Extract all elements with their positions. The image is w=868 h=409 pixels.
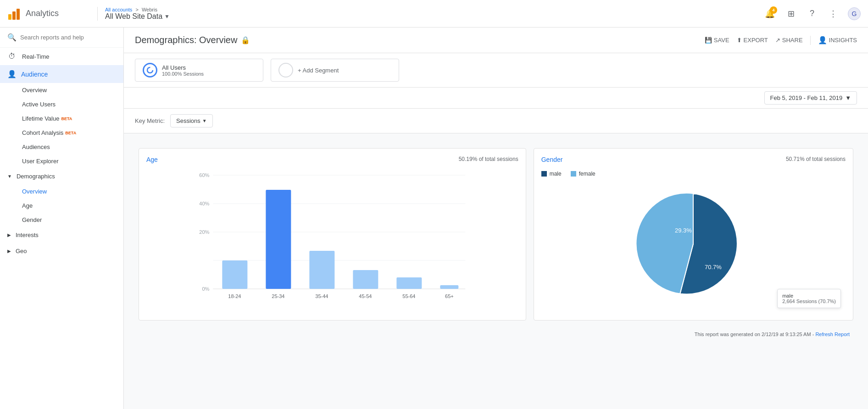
sidebar: 🔍 ⏱ Real-Time 👤 Audience Overview Active… <box>0 28 124 409</box>
sidebar-item-realtime-label: Real-Time <box>22 53 49 60</box>
svg-rect-15 <box>309 251 334 289</box>
date-range-selector[interactable]: Feb 5, 2019 - Feb 11, 2019 ▼ <box>764 91 857 105</box>
pie-chart-wrapper: 29.3% 70.7% male 2,664 Sessions (70.7%) <box>541 184 846 313</box>
interests-chevron-icon: ▶ <box>7 232 11 238</box>
gender-chart-card: Gender 50.71% of total sessions male fem… <box>534 148 853 321</box>
sidebar-demo-gender[interactable]: Gender <box>0 213 123 227</box>
sidebar-demo-age[interactable]: Age <box>0 199 123 213</box>
legend-female-dot <box>571 171 576 177</box>
sidebar-sub-overview[interactable]: Overview <box>0 83 123 97</box>
svg-rect-14 <box>266 190 291 289</box>
svg-text:55-64: 55-64 <box>402 293 415 299</box>
metric-chevron-icon: ▼ <box>202 118 207 123</box>
top-header: Analytics All accounts > Webris All Web … <box>0 0 868 28</box>
charts-wrapper: Age 50.19% of total sessions 60% 40% <box>124 133 868 352</box>
svg-rect-16 <box>353 270 378 289</box>
sidebar-item-audience[interactable]: 👤 Audience <box>0 65 123 83</box>
legend-female-label: female <box>579 171 595 177</box>
sidebar-sub-lifetime-value[interactable]: Lifetime Value BETA <box>0 111 123 126</box>
sidebar-sub-cohort-analysis[interactable]: Cohort Analysis BETA <box>0 126 123 140</box>
share-icon: ↗ <box>775 37 780 44</box>
metric-bar: Key Metric: Sessions ▼ <box>124 109 868 133</box>
geo-chevron-icon: ▶ <box>7 249 11 254</box>
svg-text:35-44: 35-44 <box>315 293 328 299</box>
sidebar-geo-group[interactable]: ▶ Geo <box>0 243 123 259</box>
sidebar-interests-group[interactable]: ▶ Interests <box>0 227 123 243</box>
svg-rect-2 <box>17 9 20 20</box>
sidebar-sub-active-users[interactable]: Active Users <box>0 97 123 111</box>
demographics-chevron-icon: ▼ <box>7 174 12 179</box>
geo-label: Geo <box>16 248 27 254</box>
add-segment-label: + Add Segment <box>298 67 339 74</box>
svg-text:29.3%: 29.3% <box>675 227 692 234</box>
search-input[interactable] <box>20 34 116 41</box>
share-button[interactable]: ↗ SHARE <box>775 37 803 44</box>
segment-name: All Users <box>162 64 204 71</box>
all-users-segment[interactable]: All Users 100.00% Sessions <box>135 59 263 82</box>
audience-label: Audience <box>21 71 48 78</box>
audience-icon: 👤 <box>7 70 17 78</box>
gender-chart-title[interactable]: Gender <box>541 156 563 163</box>
property-name: All Web Site Data <box>105 12 162 21</box>
svg-text:70.7%: 70.7% <box>705 264 722 271</box>
svg-text:65+: 65+ <box>445 293 454 299</box>
save-button[interactable]: 💾 SAVE <box>705 37 729 44</box>
more-options-icon[interactable]: ⋮ <box>827 7 840 20</box>
charts-area: Age 50.19% of total sessions 60% 40% <box>131 141 861 328</box>
svg-rect-0 <box>8 14 11 20</box>
svg-text:20%: 20% <box>199 229 209 235</box>
svg-text:25-34: 25-34 <box>272 293 284 299</box>
svg-text:0%: 0% <box>202 286 209 292</box>
svg-rect-13 <box>222 260 247 289</box>
property-selector[interactable]: All Web Site Data ▼ <box>105 12 170 21</box>
pie-tooltip: male 2,664 Sessions (70.7%) <box>777 289 841 308</box>
sidebar-demographics-group[interactable]: ▼ Demographics <box>0 168 123 184</box>
sidebar-sub-user-explorer[interactable]: User Explorer <box>0 154 123 168</box>
add-segment-button[interactable]: + Add Segment <box>271 59 399 82</box>
gender-legend: male female <box>541 171 846 177</box>
tooltip-label: male <box>782 293 836 298</box>
segment-bar: All Users 100.00% Sessions + Add Segment <box>124 53 868 88</box>
age-chart-card: Age 50.19% of total sessions 60% 40% <box>139 148 526 321</box>
metric-selected-value: Sessions <box>176 117 200 124</box>
sidebar-sub-audiences[interactable]: Audiences <box>0 140 123 154</box>
footer-generated-text: This report was generated on 2/12/19 at … <box>695 332 814 337</box>
svg-text:45-54: 45-54 <box>359 293 372 299</box>
date-range-chevron-icon: ▼ <box>845 94 851 101</box>
legend-female: female <box>571 171 595 177</box>
save-icon: 💾 <box>705 37 712 44</box>
report-actions: 💾 SAVE ⬆ EXPORT ↗ SHARE 👤 INSIGHTS <box>705 36 857 45</box>
cohort-analysis-beta-badge: BETA <box>65 131 76 135</box>
tooltip-value: 2,664 Sessions (70.7%) <box>782 298 836 304</box>
user-avatar[interactable]: G <box>848 7 861 20</box>
export-icon: ⬆ <box>737 37 742 44</box>
age-chart-title[interactable]: Age <box>146 156 158 163</box>
sidebar-demo-overview[interactable]: Overview <box>0 184 123 199</box>
sidebar-item-realtime[interactable]: ⏱ Real-Time <box>0 48 123 65</box>
add-segment-circle-icon <box>278 63 293 77</box>
apps-grid-icon[interactable]: ⊞ <box>785 7 797 20</box>
property-chevron-icon: ▼ <box>164 13 170 20</box>
age-chart-header: Age 50.19% of total sessions <box>146 156 518 163</box>
gender-pie-chart-svg: 29.3% 70.7% <box>624 184 762 313</box>
breadcrumb-all-accounts[interactable]: All accounts <box>105 7 132 12</box>
svg-point-3 <box>147 67 153 73</box>
legend-male-dot <box>541 171 547 177</box>
svg-text:40%: 40% <box>199 201 209 206</box>
svg-rect-1 <box>12 11 16 20</box>
breadcrumb: All accounts > Webris <box>105 7 170 12</box>
lifetime-value-beta-badge: BETA <box>61 116 72 121</box>
key-metric-dropdown[interactable]: Sessions ▼ <box>170 114 213 127</box>
svg-text:60%: 60% <box>199 172 209 178</box>
insights-button[interactable]: 👤 INSIGHTS <box>818 36 857 44</box>
age-bar-chart-svg: 60% 40% 20% 0% <box>146 171 518 308</box>
refresh-report-link[interactable]: Refresh Report <box>815 332 850 337</box>
app-title: Analytics <box>26 9 59 18</box>
export-button[interactable]: ⬆ EXPORT <box>737 37 768 44</box>
notifications-icon[interactable]: 🔔 4 <box>763 7 776 20</box>
segment-sub: 100.00% Sessions <box>162 71 204 77</box>
header-divider <box>97 7 98 21</box>
main-content: Demographics: Overview 🔒 💾 SAVE ⬆ EXPORT… <box>124 28 868 409</box>
report-header: Demographics: Overview 🔒 💾 SAVE ⬆ EXPORT… <box>124 28 868 53</box>
help-icon[interactable]: ? <box>806 7 818 20</box>
